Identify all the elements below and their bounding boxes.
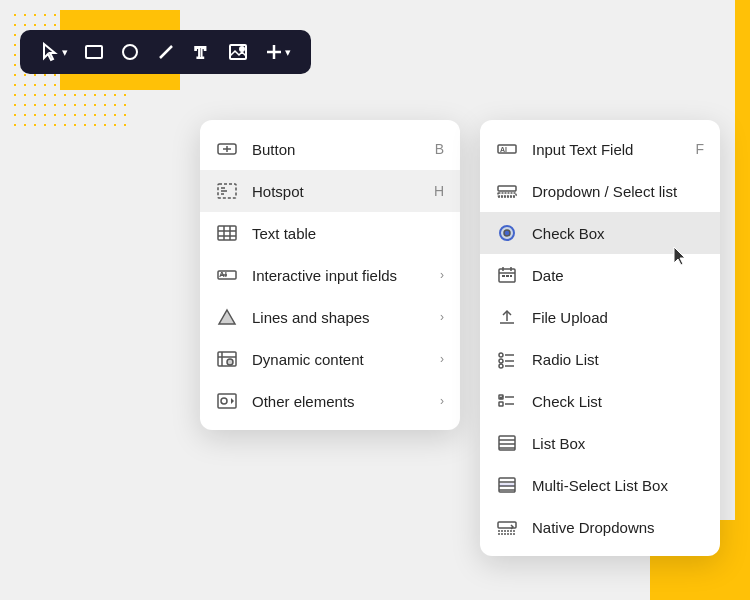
circle-tool[interactable] bbox=[120, 42, 140, 62]
svg-rect-66 bbox=[500, 483, 514, 486]
multi-select-icon bbox=[496, 474, 518, 496]
svg-point-38 bbox=[504, 230, 510, 236]
svg-point-28 bbox=[227, 359, 233, 365]
menu-item-check-list-label: Check List bbox=[532, 393, 704, 410]
menu-item-dynamic-label: Dynamic content bbox=[252, 351, 426, 368]
menu-item-button-label: Button bbox=[252, 141, 421, 158]
svg-text:T: T bbox=[195, 44, 206, 61]
lines-icon bbox=[216, 306, 238, 328]
menu-item-dropdown[interactable]: Dropdown / Select list bbox=[480, 170, 720, 212]
menu-item-multi-select-label: Multi-Select List Box bbox=[532, 477, 704, 494]
text-table-icon bbox=[216, 222, 238, 244]
menu-item-interactive-label: Interactive input fields bbox=[252, 267, 426, 284]
bg-yellow-strip-right bbox=[735, 0, 750, 600]
menu-item-input-text-shortcut: F bbox=[695, 141, 704, 157]
menu-item-lines-arrow: › bbox=[440, 310, 444, 324]
menu-item-other-label: Other elements bbox=[252, 393, 426, 410]
svg-point-2 bbox=[123, 45, 137, 59]
interactive-icon: AI bbox=[216, 264, 238, 286]
menu-item-button-shortcut: B bbox=[435, 141, 444, 157]
radio-list-icon bbox=[496, 348, 518, 370]
secondary-menu: AI Input Text Field F Dropdown / Select … bbox=[480, 120, 720, 556]
svg-rect-44 bbox=[506, 275, 509, 277]
svg-point-50 bbox=[499, 359, 503, 363]
input-text-icon: AI bbox=[496, 138, 518, 160]
menu-item-lines-label: Lines and shapes bbox=[252, 309, 426, 326]
svg-rect-34 bbox=[498, 186, 516, 191]
svg-rect-1 bbox=[86, 46, 102, 58]
check-list-icon bbox=[496, 390, 518, 412]
menu-item-text-table[interactable]: Text table bbox=[200, 212, 460, 254]
menu-item-file-upload[interactable]: File Upload bbox=[480, 296, 720, 338]
menu-item-hotspot-label: Hotspot bbox=[252, 183, 420, 200]
menu-item-date-label: Date bbox=[532, 267, 704, 284]
hotspot-icon bbox=[216, 180, 238, 202]
menu-item-button[interactable]: Button B bbox=[200, 128, 460, 170]
svg-line-3 bbox=[160, 46, 172, 58]
menu-item-dropdown-label: Dropdown / Select list bbox=[532, 183, 704, 200]
dynamic-icon bbox=[216, 348, 238, 370]
svg-point-30 bbox=[221, 398, 227, 404]
other-icon bbox=[216, 390, 238, 412]
menu-item-other-arrow: › bbox=[440, 394, 444, 408]
svg-rect-56 bbox=[499, 402, 503, 406]
dropdown-icon bbox=[496, 180, 518, 202]
svg-marker-0 bbox=[44, 44, 55, 60]
menu-item-dynamic[interactable]: Dynamic content › bbox=[200, 338, 460, 380]
menu-item-list-box-label: List Box bbox=[532, 435, 704, 452]
toolbar: ▾ T ▾ bbox=[20, 30, 311, 74]
add-tool[interactable]: ▾ bbox=[264, 42, 291, 62]
menu-item-native-dropdown[interactable]: Native Dropdowns bbox=[480, 506, 720, 548]
menu-item-interactive-arrow: › bbox=[440, 268, 444, 282]
menu-item-lines[interactable]: Lines and shapes › bbox=[200, 296, 460, 338]
menu-item-interactive[interactable]: AI Interactive input fields › bbox=[200, 254, 460, 296]
menu-item-hotspot[interactable]: Hotspot H bbox=[200, 170, 460, 212]
svg-point-48 bbox=[499, 353, 503, 357]
svg-rect-45 bbox=[510, 275, 512, 277]
menu-item-input-text[interactable]: AI Input Text Field F bbox=[480, 128, 720, 170]
svg-point-6 bbox=[240, 47, 244, 51]
menu-item-radio-list-label: Radio List bbox=[532, 351, 704, 368]
svg-text:AI: AI bbox=[219, 270, 227, 279]
svg-marker-31 bbox=[231, 398, 234, 404]
menu-item-dynamic-arrow: › bbox=[440, 352, 444, 366]
date-icon bbox=[496, 264, 518, 286]
menu-item-radio-list[interactable]: Radio List bbox=[480, 338, 720, 380]
svg-rect-16 bbox=[218, 226, 236, 240]
menu-item-check-list[interactable]: Check List bbox=[480, 380, 720, 422]
checkbox-icon bbox=[496, 222, 518, 244]
menu-item-list-box[interactable]: List Box bbox=[480, 422, 720, 464]
rectangle-tool[interactable] bbox=[84, 42, 104, 62]
menu-item-text-table-label: Text table bbox=[252, 225, 444, 242]
primary-menu: Button B Hotspot H Text table bbox=[200, 120, 460, 430]
text-tool[interactable]: T bbox=[192, 42, 212, 62]
svg-marker-24 bbox=[219, 310, 235, 324]
file-upload-icon bbox=[496, 306, 518, 328]
svg-rect-43 bbox=[502, 275, 505, 277]
menu-item-date[interactable]: Date bbox=[480, 254, 720, 296]
line-tool[interactable] bbox=[156, 42, 176, 62]
image-tool[interactable] bbox=[228, 42, 248, 62]
menu-item-hotspot-shortcut: H bbox=[434, 183, 444, 199]
svg-text:AI: AI bbox=[500, 146, 507, 153]
menu-item-input-text-label: Input Text Field bbox=[532, 141, 681, 158]
menu-item-file-upload-label: File Upload bbox=[532, 309, 704, 326]
native-dropdown-icon bbox=[496, 516, 518, 538]
menu-item-native-dropdown-label: Native Dropdowns bbox=[532, 519, 704, 536]
select-tool[interactable]: ▾ bbox=[40, 42, 68, 62]
list-box-icon bbox=[496, 432, 518, 454]
svg-point-52 bbox=[499, 364, 503, 368]
menu-item-multi-select[interactable]: Multi-Select List Box bbox=[480, 464, 720, 506]
button-icon bbox=[216, 138, 238, 160]
menu-item-other[interactable]: Other elements › bbox=[200, 380, 460, 422]
menu-item-checkbox-label: Check Box bbox=[532, 225, 704, 242]
svg-rect-35 bbox=[498, 193, 516, 196]
menu-item-checkbox[interactable]: Check Box bbox=[480, 212, 720, 254]
